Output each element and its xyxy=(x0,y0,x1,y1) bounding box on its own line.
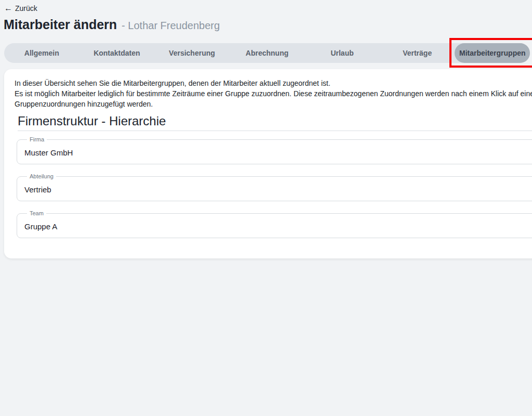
tab-allgemein[interactable]: Allgemein xyxy=(4,43,79,63)
field-abteilung[interactable]: Abteilung Vertrieb xyxy=(17,173,532,201)
field-team-label: Team xyxy=(27,210,46,217)
description-line: Gruppenzuordnungen hinzugefügt werden. xyxy=(15,99,532,109)
page-title: Mitarbeiter ändern xyxy=(4,17,117,32)
field-firma-value: Muster GmbH xyxy=(24,148,532,158)
tab-kontaktdaten[interactable]: Kontaktdaten xyxy=(79,43,155,63)
back-label: Zurück xyxy=(15,4,37,12)
field-abteilung-label: Abteilung xyxy=(27,173,56,180)
tab-versicherung[interactable]: Versicherung xyxy=(154,43,230,63)
field-abteilung-value: Vertrieb xyxy=(24,185,532,195)
tab-vertraege[interactable]: Verträge xyxy=(380,43,455,63)
field-team-value: Gruppe A xyxy=(24,222,532,232)
tab-mitarbeitergruppen[interactable]: Mitarbeitergruppen xyxy=(455,43,530,63)
page-header: Mitarbeiter ändern - Lothar Freudenberg xyxy=(4,17,220,32)
tab-abrechnung[interactable]: Abrechnung xyxy=(230,43,305,63)
field-team[interactable]: Team Gruppe A xyxy=(17,210,532,238)
description-line: Es ist möglich Mitarbeiter lediglich für… xyxy=(15,88,532,99)
back-arrow-icon: ← xyxy=(4,4,12,12)
back-link[interactable]: ← Zurück xyxy=(4,4,37,12)
field-firma[interactable]: Firma Muster GmbH xyxy=(17,136,532,164)
tab-bar: Allgemein Kontaktdaten Versicherung Abre… xyxy=(4,43,530,63)
tab-urlaub[interactable]: Urlaub xyxy=(304,43,380,63)
description-line: In dieser Übersicht sehen Sie die Mitarb… xyxy=(15,78,532,88)
field-firma-label: Firma xyxy=(27,136,47,143)
content-card: In dieser Übersicht sehen Sie die Mitarb… xyxy=(4,69,532,258)
page-subtitle: - Lothar Freudenberg xyxy=(122,20,220,32)
section-title: Firmenstruktur - Hierarchie xyxy=(18,113,532,131)
description: In dieser Übersicht sehen Sie die Mitarb… xyxy=(15,78,532,109)
